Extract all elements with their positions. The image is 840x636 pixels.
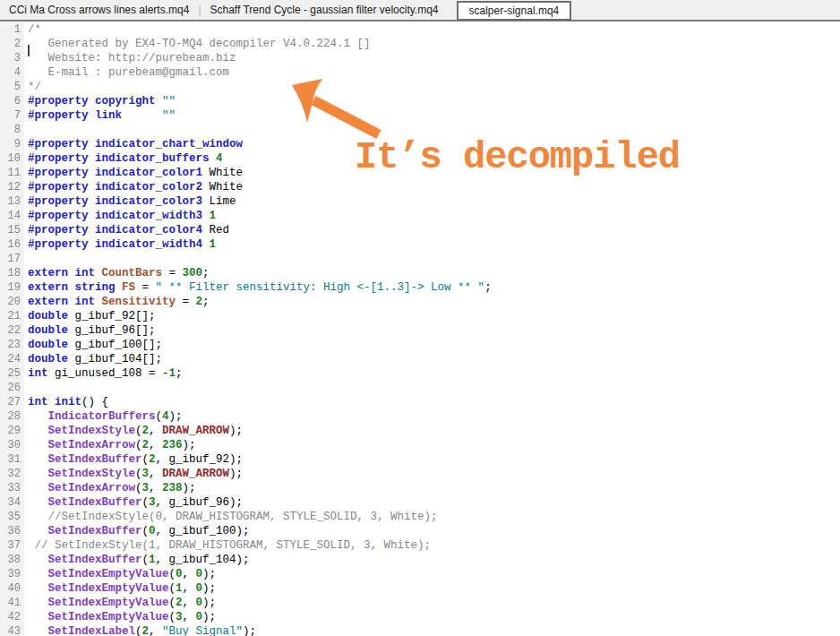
line-number: 42: [0, 610, 24, 624]
line-number: 34: [0, 495, 24, 510]
line-number: 15: [0, 223, 24, 237]
code-line[interactable]: 38 SetIndexBuffer(1, g_ibuf_104);: [0, 553, 840, 567]
code-line[interactable]: 18extern int CountBars = 300;: [0, 266, 840, 280]
code-editor[interactable]: 1/*2 Generated by EX4-TO-MQ4 decompiler …: [0, 21, 840, 636]
code-line-text: // SetIndexStyle(1, DRAW_HISTOGRAM, STYL…: [24, 538, 431, 553]
code-line[interactable]: 16#property indicator_width4 1: [0, 237, 840, 252]
line-number: 16: [0, 237, 24, 252]
code-line-text: #property link "": [24, 108, 176, 123]
code-line[interactable]: 43 SetIndexLabel(2, "Buy Signal");: [0, 624, 840, 636]
code-line-text: SetIndexEmptyValue(1, 0);: [24, 581, 216, 596]
line-number: 9: [0, 137, 24, 151]
code-line-text: double g_ibuf_96[];: [24, 323, 156, 338]
line-number: 29: [0, 424, 24, 438]
line-number: 12: [0, 180, 24, 194]
tab-bar: CCi Ma Cross arrows lines alerts.mq4 | S…: [0, 0, 840, 21]
code-line[interactable]: 40 SetIndexEmptyValue(1, 0);: [0, 581, 840, 596]
code-line-text: SetIndexArrow(2, 236);: [24, 438, 196, 452]
line-number: 27: [0, 395, 24, 409]
code-line[interactable]: 14#property indicator_width3 1: [0, 209, 840, 223]
line-number: 10: [0, 151, 24, 166]
code-line[interactable]: 19extern string FS = " ** Filter sensiti…: [0, 280, 840, 295]
code-line[interactable]: 42 SetIndexEmptyValue(3, 0);: [0, 610, 840, 624]
code-line[interactable]: 3 Website: http://purebeam.biz: [0, 51, 840, 65]
code-line[interactable]: 8: [0, 123, 840, 137]
line-number: 13: [0, 194, 24, 209]
line-number: 39: [0, 567, 24, 581]
code-line-text: SetIndexStyle(2, DRAW_ARROW);: [24, 424, 243, 438]
code-line[interactable]: 13#property indicator_color3 Lime: [0, 194, 840, 209]
code-line[interactable]: 5*/: [0, 80, 840, 94]
text-caret: [28, 45, 30, 56]
line-number: 33: [0, 481, 24, 495]
line-number: 4: [0, 65, 24, 80]
annotation-text: It’s decompiled: [355, 136, 680, 179]
code-line[interactable]: 22double g_ibuf_96[];: [0, 323, 840, 338]
code-line[interactable]: 26: [0, 381, 840, 395]
code-line[interactable]: 33 SetIndexArrow(3, 238);: [0, 481, 840, 495]
code-lines: 1/*2 Generated by EX4-TO-MQ4 decompiler …: [0, 22, 840, 636]
code-line[interactable]: 2 Generated by EX4-TO-MQ4 decompiler V4.…: [0, 37, 840, 51]
code-line-text: Website: http://purebeam.biz: [24, 51, 236, 65]
line-number: 28: [0, 409, 24, 424]
code-line-text: SetIndexEmptyValue(3, 0);: [24, 610, 216, 624]
code-line[interactable]: 37 // SetIndexStyle(1, DRAW_HISTOGRAM, S…: [0, 538, 840, 553]
line-number: 19: [0, 280, 24, 295]
code-line[interactable]: 17: [0, 252, 840, 266]
code-line-text: #property indicator_color3 Lime: [24, 194, 236, 209]
code-line-text: #property indicator_chart_window: [24, 137, 243, 151]
tab-separator: |: [194, 4, 204, 16]
line-number: 37: [0, 538, 24, 553]
tab-scalper-signal-active[interactable]: scalper-signal.mq4: [457, 1, 572, 21]
code-line[interactable]: 1/*: [0, 22, 840, 37]
code-line-text: [24, 381, 28, 395]
code-line-text: [24, 252, 28, 266]
code-line-text: extern int Sensitivity = 2;: [24, 295, 210, 309]
code-line-text: int gi_unused_108 = -1;: [24, 366, 183, 381]
code-line-text: #property indicator_buffers 4: [24, 151, 223, 166]
tab-cci-ma-cross[interactable]: CCi Ma Cross arrows lines alerts.mq4: [4, 0, 194, 20]
code-line-text: SetIndexBuffer(1, g_ibuf_104);: [24, 553, 250, 567]
code-line-text: SetIndexStyle(3, DRAW_ARROW);: [24, 467, 243, 481]
code-line-text: #property indicator_color2 White: [24, 180, 243, 194]
code-line[interactable]: 39 SetIndexEmptyValue(0, 0);: [0, 567, 840, 581]
code-line[interactable]: 28 IndicatorBuffers(4);: [0, 409, 840, 424]
code-line[interactable]: 6#property copyright "": [0, 94, 840, 108]
code-line[interactable]: 4 E-mail : purebeam@gmail.com: [0, 65, 840, 80]
code-line[interactable]: 15#property indicator_color4 Red: [0, 223, 840, 237]
tab-schaff-trend-cycle[interactable]: Schaff Trend Cycle - gaussian filter vel…: [205, 0, 444, 20]
code-line[interactable]: 25int gi_unused_108 = -1;: [0, 366, 840, 381]
line-number: 32: [0, 467, 24, 481]
code-line[interactable]: 23double g_ibuf_100[];: [0, 338, 840, 352]
code-line[interactable]: 41 SetIndexEmptyValue(2, 0);: [0, 596, 840, 610]
code-line-text: double g_ibuf_92[];: [24, 309, 156, 323]
code-line-text: E-mail : purebeam@gmail.com: [24, 65, 229, 80]
line-number: 7: [0, 108, 24, 123]
code-line[interactable]: 32 SetIndexStyle(3, DRAW_ARROW);: [0, 467, 840, 481]
line-number: 31: [0, 452, 24, 467]
line-number: 14: [0, 209, 24, 223]
code-line[interactable]: 36 SetIndexBuffer(0, g_ibuf_100);: [0, 524, 840, 538]
code-line-text: SetIndexLabel(2, "Buy Signal");: [24, 624, 256, 636]
code-line[interactable]: 34 SetIndexBuffer(3, g_ibuf_96);: [0, 495, 840, 510]
code-line-text: SetIndexBuffer(0, g_ibuf_100);: [24, 524, 250, 538]
code-line-text: #property indicator_width4 1: [24, 237, 216, 252]
code-line[interactable]: 31 SetIndexBuffer(2, g_ibuf_92);: [0, 452, 840, 467]
line-number: 20: [0, 295, 24, 309]
code-line[interactable]: 24double g_ibuf_104[];: [0, 352, 840, 366]
code-line[interactable]: 21double g_ibuf_92[];: [0, 309, 840, 323]
line-number: 18: [0, 266, 24, 280]
line-number: 21: [0, 309, 24, 323]
code-line[interactable]: 29 SetIndexStyle(2, DRAW_ARROW);: [0, 424, 840, 438]
code-line-text: //SetIndexStyle(0, DRAW_HISTOGRAM, STYLE…: [24, 510, 438, 524]
code-line[interactable]: 35 //SetIndexStyle(0, DRAW_HISTOGRAM, ST…: [0, 510, 840, 524]
code-line-text: #property indicator_color1 White: [24, 166, 243, 180]
code-line[interactable]: 12#property indicator_color2 White: [0, 180, 840, 194]
code-line[interactable]: 30 SetIndexArrow(2, 236);: [0, 438, 840, 452]
code-line[interactable]: 20extern int Sensitivity = 2;: [0, 295, 840, 309]
code-line[interactable]: 7#property link "": [0, 108, 840, 123]
code-line-text: SetIndexEmptyValue(2, 0);: [24, 596, 216, 610]
code-line-text: extern int CountBars = 300;: [24, 266, 210, 280]
code-line[interactable]: 27int init() {: [0, 395, 840, 409]
code-line-text: SetIndexEmptyValue(0, 0);: [24, 567, 216, 581]
